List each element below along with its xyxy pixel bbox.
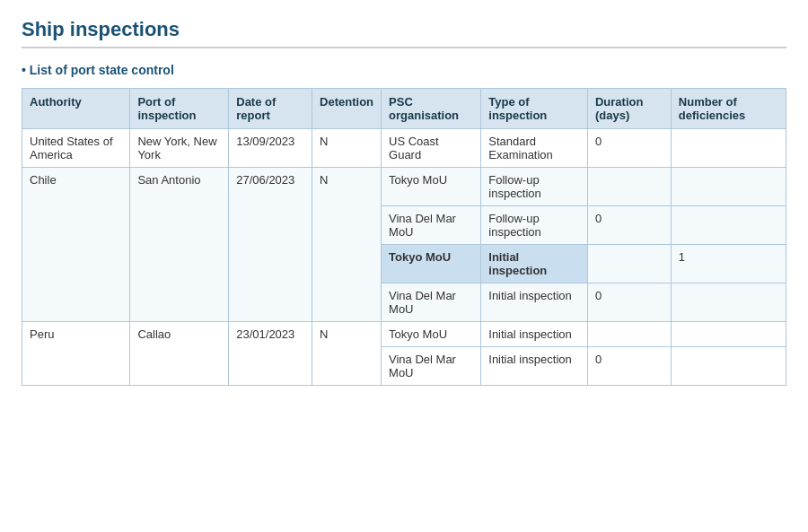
cell-date: 23/01/2023: [229, 322, 312, 386]
col-detention: Detention: [312, 89, 382, 129]
cell-date: 13/09/2023: [229, 129, 312, 168]
cell-psc-org: Tokyo MoU: [382, 245, 481, 283]
cell-inspection-type: Initial inspection: [481, 322, 588, 347]
cell-duration: 0: [587, 347, 671, 386]
cell-inspection-type: Follow-up inspection: [481, 206, 588, 245]
cell-psc-org: Vina Del Mar MoU: [382, 347, 481, 386]
col-duration: Duration (days): [587, 89, 671, 129]
table-row: United States of AmericaNew York, New Yo…: [22, 129, 786, 168]
title-divider: [22, 47, 786, 48]
cell-psc-org: Vina Del Mar MoU: [382, 283, 481, 322]
cell-duration: 0: [587, 206, 671, 245]
cell-deficiencies: [671, 347, 786, 386]
table-row: ChileSan Antonio27/06/2023NTokyo MoUFoll…: [22, 168, 786, 206]
cell-deficiencies: 1: [671, 245, 786, 283]
cell-port: San Antonio: [130, 168, 229, 322]
col-date: Date of report: [229, 89, 312, 129]
cell-date: 27/06/2023: [229, 168, 312, 322]
cell-inspection-type: Standard Examination: [481, 129, 588, 168]
cell-detention: N: [312, 168, 382, 322]
cell-authority: Chile: [22, 168, 130, 322]
cell-detention: N: [312, 129, 382, 168]
cell-deficiencies: [671, 168, 786, 206]
cell-deficiencies: [671, 283, 786, 322]
cell-inspection-type: Initial inspection: [481, 283, 588, 322]
cell-psc-org: Vina Del Mar MoU: [382, 206, 481, 245]
table-row: PeruCallao23/01/2023NTokyo MoUInitial in…: [22, 322, 786, 347]
page-title: Ship inspections: [22, 18, 786, 41]
cell-authority: United States of America: [22, 129, 130, 168]
inspections-table: Authority Port of inspection Date of rep…: [22, 88, 786, 386]
cell-inspection-type: Initial inspection: [481, 347, 588, 386]
cell-duration: [587, 168, 671, 206]
cell-duration: 0: [587, 283, 671, 322]
cell-authority: Peru: [22, 322, 130, 386]
col-type: Type of inspection: [481, 89, 588, 129]
cell-inspection-type: Follow-up inspection: [481, 168, 588, 206]
cell-port: Callao: [130, 322, 229, 386]
col-psc: PSC organisation: [382, 89, 481, 129]
cell-deficiencies: [671, 206, 786, 245]
cell-detention: N: [312, 322, 382, 386]
cell-deficiencies: [671, 322, 786, 347]
cell-deficiencies: [671, 129, 786, 168]
cell-psc-org: Tokyo MoU: [382, 322, 481, 347]
cell-psc-org: US Coast Guard: [382, 129, 481, 168]
table-header-row: Authority Port of inspection Date of rep…: [22, 89, 786, 129]
section-header: List of port state control: [22, 63, 786, 77]
cell-duration: [587, 245, 671, 283]
cell-port: New York, New York: [130, 129, 229, 168]
cell-duration: 0: [587, 129, 671, 168]
cell-inspection-type: Initial inspection: [481, 245, 588, 283]
col-port: Port of inspection: [130, 89, 229, 129]
col-authority: Authority: [22, 89, 130, 129]
cell-duration: [587, 322, 671, 347]
col-deficiencies: Number of deficiencies: [671, 89, 786, 129]
cell-psc-org: Tokyo MoU: [382, 168, 481, 206]
